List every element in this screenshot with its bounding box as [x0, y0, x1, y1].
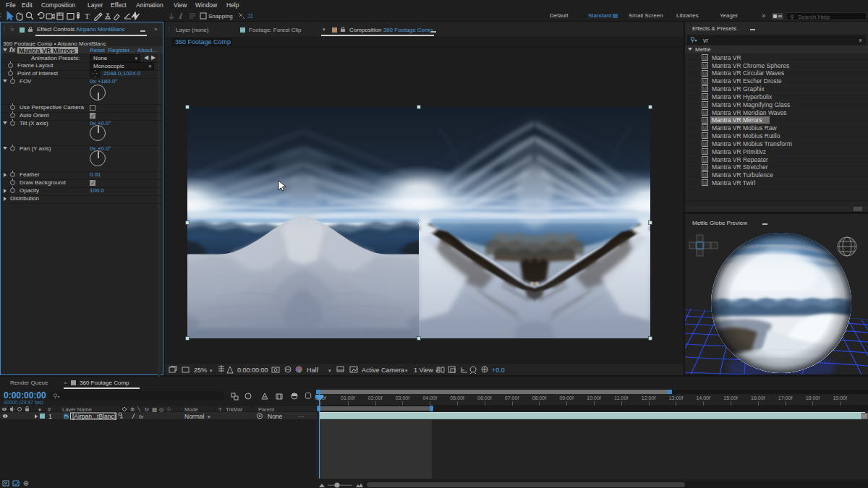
svg-text:0:00:00:00: 0:00:00:00: [237, 367, 268, 374]
svg-text:fx: fx: [139, 414, 144, 420]
svg-text:25%: 25%: [194, 367, 207, 374]
svg-text:☄: ☄: [246, 393, 250, 399]
svg-text:1: 1: [48, 413, 52, 420]
svg-text:▾: ▾: [405, 368, 408, 373]
svg-text:Active Camera: Active Camera: [362, 367, 404, 374]
svg-text:▾: ▾: [328, 368, 331, 373]
svg-text:Snapping: Snapping: [208, 13, 233, 20]
svg-text:+0.0: +0.0: [492, 367, 505, 374]
svg-text:[Airpan...tBlanc]: [Airpan...tBlanc]: [72, 413, 116, 420]
svg-text:3D: 3D: [247, 12, 253, 20]
svg-text:⋯: ⋯: [298, 414, 304, 420]
svg-text:Half: Half: [307, 367, 319, 374]
svg-text:T: T: [85, 12, 90, 20]
svg-text:▾: ▾: [210, 368, 213, 373]
svg-text:▾: ▾: [208, 414, 210, 419]
svg-text:None: None: [268, 413, 283, 420]
svg-text:Normal: Normal: [184, 413, 205, 420]
svg-text:1 View: 1 View: [414, 367, 433, 374]
